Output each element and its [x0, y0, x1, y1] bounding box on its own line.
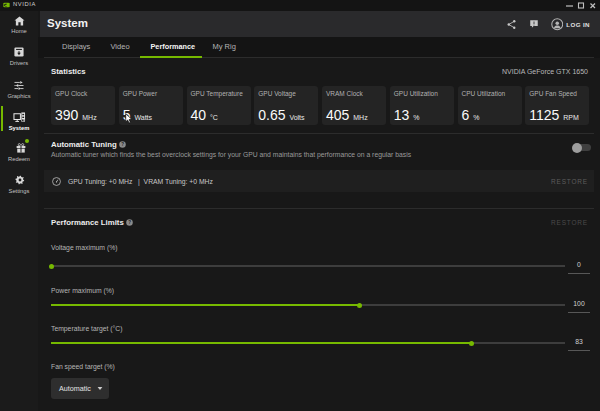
svg-text:?: ? — [121, 142, 124, 147]
svg-text:?: ? — [128, 220, 131, 225]
